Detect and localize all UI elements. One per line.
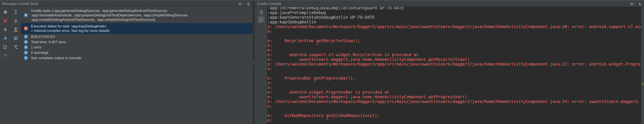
- chevron-down-icon: ▾: [242, 3, 243, 5]
- console-line: :app:javaPreCompileDebug: [268, 10, 641, 15]
- console-line: e: uwanttolearn.dagger2.java.home.HomeAc…: [268, 95, 641, 99]
- chevron-down-icon: ▾: [634, 3, 635, 5]
- gear-icon[interactable]: ⚙ ▾: [238, 2, 243, 6]
- show-console-icon[interactable]: [13, 35, 18, 41]
- console-line: e: android.widget.ProgressBar is provide…: [268, 90, 641, 95]
- message-text: Total time: 3.407 secs: [31, 40, 66, 44]
- gear-icon[interactable]: ⚙ ▾: [630, 2, 635, 6]
- console-line: e: ProgressBar getProgressbar();: [268, 76, 641, 80]
- console-line: e: ^: [268, 118, 641, 123]
- message-row[interactable]: !Execution failed for task ':app:kaptDeb…: [21, 23, 252, 34]
- expand-all-icon[interactable]: [13, 9, 18, 15]
- console-line: e: RecyclerView getRecyclerView();: [268, 38, 641, 43]
- message-text: 0 warnings: [31, 50, 48, 55]
- message-text: See complete output in console: [31, 56, 81, 60]
- console-line: e: uwanttolearn.dagger2.java.home.HomeAc…: [268, 57, 641, 62]
- console-line: e: android.support.v7.widget.RecyclerVie…: [268, 52, 641, 57]
- info-icon: i: [24, 45, 28, 50]
- top-window-edge: [0, 0, 644, 1]
- console-line: e:: [268, 66, 641, 71]
- console-line: e: /Users/waleed/Documents/Workspace/Dag…: [268, 62, 641, 66]
- message-text: BUILD FAILED: [31, 34, 55, 39]
- console-scrollbar[interactable]: [641, 7, 644, 124]
- message-row[interactable]: iBUILD FAILED: [21, 34, 252, 39]
- panel-splitter[interactable]: [252, 1, 255, 124]
- console-output[interactable]: :app:incrementalDebugJavaCompilationSafe…: [268, 7, 641, 123]
- filter-icon[interactable]: [13, 44, 18, 50]
- messages-gradle-build-panel: Messages Gradle Build ⚙ ▾: [0, 1, 252, 124]
- messages-panel-header: Messages Gradle Build ⚙ ▾: [0, 1, 252, 7]
- previous-message-icon[interactable]: [2, 27, 8, 32]
- gradle-console-panel: Gradle Console ⚙ ▾: [255, 1, 644, 124]
- info-icon: i: [24, 13, 28, 17]
- error-icon: !: [24, 26, 28, 31]
- console-line: :app:incrementalDebugJavaCompilationSafe…: [268, 7, 641, 10]
- top-edge-divider: [148, 0, 148, 1]
- console-line: e: /Users/waleed/Documents/Workspace/Dag…: [268, 99, 641, 104]
- console-line: :app:kaptDebugKotlin: [268, 19, 641, 24]
- ide-bottom-tool-windows: Messages Gradle Build ⚙ ▾: [0, 0, 644, 124]
- splitter-grip-icon: [253, 60, 254, 65]
- console-line: e: ^: [268, 43, 641, 48]
- info-icon: i: [24, 56, 28, 60]
- soft-wrap-icon[interactable]: [258, 8, 264, 15]
- console-line: e:: [268, 104, 641, 109]
- message-row[interactable]: iGradle tasks [:app:generateDebugSources…: [21, 7, 252, 23]
- stop-icon[interactable]: [2, 9, 8, 15]
- message-row[interactable]: iSee complete output in console: [21, 55, 252, 61]
- console-line: [268, 109, 641, 113]
- console-line: e: GitHubRepository getGitHubRepository(…: [268, 113, 641, 118]
- info-icon: i: [24, 35, 28, 39]
- console-line: :app:kaptGenerateStubsDebugKotlin UP-TO-…: [268, 15, 641, 19]
- help-icon[interactable]: ?: [2, 53, 8, 58]
- console-line: e: ^: [268, 80, 641, 85]
- info-icon: i: [24, 51, 28, 55]
- scrollbar-thumb[interactable]: [642, 90, 643, 122]
- console-line: e:: [268, 48, 641, 52]
- next-message-icon[interactable]: [2, 35, 8, 41]
- export-icon[interactable]: [2, 44, 8, 50]
- hide-panel-icon[interactable]: [638, 2, 642, 6]
- messages-panel-title: Messages Gradle Build: [2, 2, 38, 6]
- collapse-all-icon[interactable]: [13, 18, 18, 24]
- top-edge-divider: [642, 0, 643, 1]
- console-line: e: /Users/waleed/Documents/Workspace/Dag…: [268, 24, 641, 29]
- message-row[interactable]: iTotal time: 3.407 secs: [21, 39, 252, 45]
- message-text: 1 error: [31, 45, 42, 50]
- console-toolbar: [255, 7, 267, 124]
- console-panel-title: Gradle Console: [257, 2, 281, 6]
- console-line: e:: [268, 29, 641, 34]
- message-text: Gradle tasks [:app:generateDebugSources,…: [31, 8, 189, 22]
- console-panel-header: Gradle Console ⚙ ▾: [255, 1, 644, 7]
- close-icon[interactable]: [2, 18, 8, 24]
- message-row[interactable]: i0 warnings: [21, 50, 252, 55]
- messages-toolbar: ?: [0, 7, 21, 124]
- top-edge-divider: [104, 0, 105, 1]
- info-icon: i: [24, 40, 28, 44]
- top-edge-divider: [50, 0, 51, 1]
- message-text: Execution failed for task ':app:kaptDebu…: [31, 24, 110, 33]
- message-row[interactable]: i1 error: [21, 45, 252, 50]
- console-line: e:: [268, 85, 641, 90]
- scrollbar-marker: [642, 83, 643, 85]
- autoscroll-to-source-icon[interactable]: [13, 27, 18, 32]
- scroll-to-end-icon[interactable]: [258, 16, 264, 23]
- console-line: [268, 34, 641, 38]
- console-line: [268, 71, 641, 76]
- build-message-list[interactable]: iGradle tasks [:app:generateDebugSources…: [21, 7, 252, 124]
- hide-panel-icon[interactable]: [246, 2, 250, 6]
